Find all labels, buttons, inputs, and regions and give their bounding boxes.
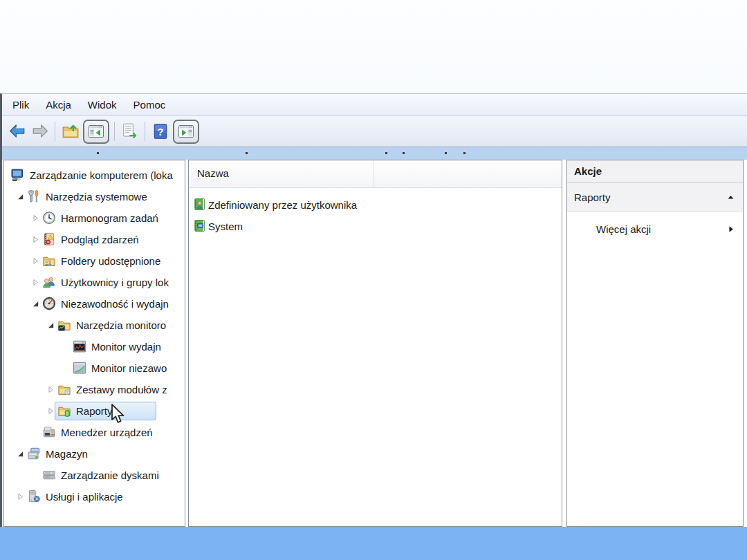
- list-item-label: System: [208, 216, 243, 237]
- tree-item-storage[interactable]: Magazyn: [4, 443, 185, 465]
- back-arrow-icon: [8, 122, 26, 140]
- tree-item-label: Podgląd zdarzeń: [61, 229, 139, 250]
- performance-monitor-icon: [73, 339, 86, 353]
- menu-item-plik[interactable]: Plik: [4, 95, 37, 115]
- export-list-button[interactable]: [119, 121, 140, 142]
- forward-arrow-icon: [31, 122, 49, 140]
- expander-closed-icon[interactable]: [32, 279, 39, 286]
- tree-item-label: Zestawy modułów z: [76, 379, 167, 400]
- report-user-icon: [193, 198, 206, 211]
- tree-item-task-scheduler[interactable]: Harmonogram zadań: [4, 207, 185, 229]
- tree-item-event-viewer[interactable]: Podgląd zdarzeń: [4, 229, 185, 250]
- column-header-nazwa[interactable]: Nazwa: [189, 160, 374, 187]
- forward-button[interactable]: [29, 121, 50, 142]
- computer-icon: [11, 168, 25, 182]
- expander-closed-icon[interactable]: [17, 493, 24, 501]
- tree-item-shared-folders[interactable]: Foldery udostępnione: [4, 250, 185, 272]
- expander-open-icon[interactable]: [32, 300, 39, 308]
- workarea: Zarządzanie komputerem (lokaNarzędzia sy…: [2, 160, 747, 527]
- splitter-dot: [403, 152, 405, 154]
- tree-item-label: Zarządzanie komputerem (loka: [30, 165, 173, 186]
- task-scheduler-clock-icon: [42, 211, 56, 225]
- local-users-groups-icon: [42, 275, 56, 289]
- device-manager-icon: [42, 425, 56, 439]
- toolbar: ?: [2, 116, 747, 147]
- tree-item-reliability-performance[interactable]: Niezawodność i wydajn: [4, 293, 185, 315]
- export-list-icon: [121, 122, 139, 140]
- shared-folders-icon: [42, 254, 56, 268]
- tree-item-disk-management[interactable]: Zarządzanie dyskami: [4, 465, 185, 486]
- back-button[interactable]: [6, 121, 28, 142]
- collapse-chevron-icon[interactable]: [727, 194, 735, 201]
- show-hide-console-tree-button[interactable]: [83, 120, 109, 144]
- expander-closed-icon[interactable]: [32, 214, 39, 222]
- actions-pane: Akcje Raporty Więcej akcji: [566, 160, 744, 527]
- up-folder-icon: [62, 122, 80, 140]
- expander-open-icon[interactable]: [47, 321, 55, 329]
- tree-item-local-users-groups[interactable]: Użytkownicy i grupy lok: [4, 272, 185, 293]
- splitter-dot: [385, 152, 387, 154]
- tree-item-reliability-monitor[interactable]: Monitor niezawo: [4, 357, 185, 379]
- column-header-label: Nazwa: [197, 167, 229, 179]
- action-group-raporty[interactable]: Raporty: [567, 183, 743, 212]
- tree-item-label: Monitor niezawo: [91, 357, 167, 379]
- monitoring-tools-folder-icon: [57, 318, 71, 332]
- splitter-dot: [445, 152, 447, 154]
- list-item-report-user-defined[interactable]: Zdefiniowany przez użytkownika: [189, 194, 562, 216]
- pane-top-strip: [2, 147, 747, 160]
- tree-item-label: Użytkownicy i grupy lok: [61, 272, 169, 293]
- tree-item-label: Usługi i aplikacje: [46, 486, 123, 507]
- console-tree-window-icon: [87, 123, 105, 140]
- list-item-report-system[interactable]: System: [189, 216, 562, 237]
- tree-item-label: Narzędzia systemowe: [46, 186, 147, 207]
- help-button[interactable]: ?: [149, 121, 171, 142]
- data-collector-folder-icon: [57, 382, 71, 396]
- splitter-dot: [246, 152, 248, 154]
- expander-closed-icon[interactable]: [32, 257, 39, 265]
- expander-open-icon[interactable]: [17, 193, 24, 200]
- splitter-dot: [97, 152, 99, 154]
- tree-item-device-manager[interactable]: Menedżer urządzeń: [4, 422, 185, 443]
- event-viewer-log-icon: [42, 232, 56, 246]
- up-one-level-button[interactable]: [59, 121, 81, 142]
- expander-open-icon[interactable]: [17, 450, 24, 458]
- submenu-arrow-icon: [727, 225, 735, 233]
- reliability-monitor-icon: [73, 361, 86, 375]
- splitter-dot: [463, 152, 465, 154]
- tree-item-computer-management-root[interactable]: Zarządzanie komputerem (loka: [4, 165, 185, 186]
- expander-closed-icon[interactable]: [47, 407, 55, 415]
- tree-item-reports[interactable]: Raporty: [4, 400, 185, 422]
- computer-management-window: PlikAkcjaWidokPomoc ? Zarządzanie komput…: [0, 93, 747, 528]
- show-hide-action-pane-button[interactable]: [173, 120, 199, 144]
- tree-item-label: Harmonogram zadań: [61, 207, 158, 229]
- menu-item-widok[interactable]: Widok: [80, 95, 125, 115]
- tree-item-label: Niezawodność i wydajn: [61, 293, 169, 315]
- tree-item-monitoring-tools[interactable]: Narzędzia monitoro: [4, 315, 185, 336]
- tree-item-label: Menedżer urządzeń: [61, 422, 153, 443]
- tree-item-label: Raporty: [76, 400, 113, 422]
- list-header: Nazwa: [189, 160, 562, 188]
- desktop: PlikAkcjaWidokPomoc ? Zarządzanie komput…: [0, 0, 747, 560]
- console-tree-pane: Zarządzanie komputerem (lokaNarzędzia sy…: [3, 160, 185, 527]
- action-pane-window-icon: [177, 123, 195, 140]
- tree-item-label: Foldery udostępnione: [61, 250, 160, 272]
- action-more-actions[interactable]: Więcej akcji: [567, 216, 743, 241]
- toolbar-separator: [145, 122, 145, 141]
- menu-item-akcja[interactable]: Akcja: [37, 95, 80, 115]
- tree-item-services-applications[interactable]: Usługi i aplikacje: [4, 486, 185, 507]
- tree-item-system-tools[interactable]: Narzędzia systemowe: [4, 186, 185, 207]
- performance-gauge-icon: [42, 297, 56, 310]
- expander-closed-icon[interactable]: [47, 386, 55, 393]
- bottom-bar: [0, 527, 747, 560]
- tree-item-label: Magazyn: [46, 443, 88, 465]
- actions-title: Akcje: [567, 160, 743, 183]
- menu-bar: PlikAkcjaWidokPomoc: [2, 94, 747, 116]
- tree-item-label: Narzędzia monitoro: [76, 315, 166, 336]
- svg-text:?: ?: [157, 126, 163, 138]
- menu-item-pomoc[interactable]: Pomoc: [125, 95, 174, 115]
- tree-item-performance-monitor[interactable]: Monitor wydajn: [4, 336, 185, 357]
- help-question-icon: ?: [151, 122, 169, 140]
- list-item-label: Zdefiniowany przez użytkownika: [208, 194, 357, 216]
- expander-closed-icon[interactable]: [32, 236, 39, 243]
- tree-item-data-collector-sets[interactable]: Zestawy modułów z: [4, 379, 185, 400]
